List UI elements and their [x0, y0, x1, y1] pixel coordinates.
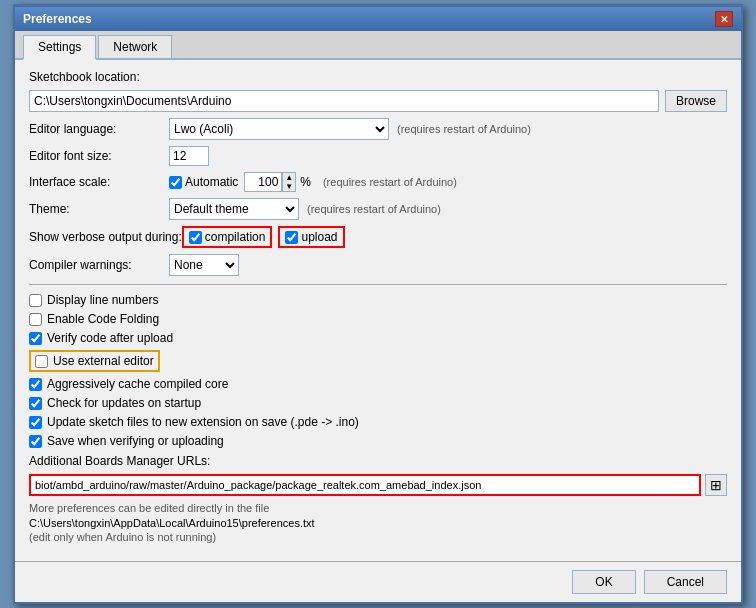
display-line-numbers-label: Display line numbers	[47, 293, 158, 307]
editor-font-input[interactable]	[169, 146, 209, 166]
editor-font-row: Editor font size:	[29, 146, 727, 166]
upload-label: upload	[301, 230, 337, 244]
compiler-warnings-label: Compiler warnings:	[29, 258, 169, 272]
sketchbook-location-row: Sketchbook location:	[29, 70, 727, 84]
save-verifying-label: Save when verifying or uploading	[47, 434, 224, 448]
verify-code-label: Verify code after upload	[47, 331, 173, 345]
compilation-item: compilation	[182, 226, 273, 248]
spinner-down-button[interactable]: ▼	[283, 182, 295, 191]
display-line-numbers-checkbox[interactable]	[29, 294, 42, 307]
percent-symbol: %	[300, 175, 311, 189]
verbose-row: Show verbose output during: compilation …	[29, 226, 727, 248]
use-external-editor-checkbox[interactable]	[35, 355, 48, 368]
verify-code-checkbox[interactable]	[29, 332, 42, 345]
aggressively-cache-label: Aggressively cache compiled core	[47, 377, 228, 391]
update-sketch-label: Update sketch files to new extension on …	[47, 415, 359, 429]
tab-bar: Settings Network	[15, 31, 741, 60]
enable-code-folding-label: Enable Code Folding	[47, 312, 159, 326]
urls-browse-button[interactable]: ⊞	[705, 474, 727, 496]
browse-button[interactable]: Browse	[665, 90, 727, 112]
tab-network[interactable]: Network	[98, 35, 172, 58]
urls-input[interactable]	[29, 474, 701, 496]
urls-row: ⊞	[29, 474, 727, 496]
compilation-checkbox[interactable]	[189, 231, 202, 244]
check-updates-label: Check for updates on startup	[47, 396, 201, 410]
spinner-up-button[interactable]: ▲	[283, 173, 295, 182]
save-verifying-row: Save when verifying or uploading	[29, 434, 727, 448]
preferences-dialog: Preferences ✕ Settings Network Sketchboo…	[13, 4, 743, 604]
prefs-path-text: C:\Users\tongxin\AppData\Local\Arduino15…	[29, 517, 727, 529]
tab-settings[interactable]: Settings	[23, 35, 96, 60]
close-button[interactable]: ✕	[715, 11, 733, 27]
edit-note-text: (edit only when Arduino is not running)	[29, 531, 727, 543]
save-verifying-checkbox[interactable]	[29, 435, 42, 448]
compiler-warnings-select[interactable]: None	[169, 254, 239, 276]
editor-font-label: Editor font size:	[29, 149, 169, 163]
theme-restart-note: (requires restart of Arduino)	[307, 203, 441, 215]
theme-select[interactable]: Default theme	[169, 198, 299, 220]
sketchbook-path-row: Browse	[29, 90, 727, 112]
theme-row: Theme: Default theme (requires restart o…	[29, 198, 727, 220]
compiler-warnings-row: Compiler warnings: None	[29, 254, 727, 276]
verbose-label: Show verbose output during:	[29, 230, 182, 244]
percent-input[interactable]	[244, 172, 282, 192]
language-restart-note: (requires restart of Arduino)	[397, 123, 531, 135]
update-sketch-row: Update sketch files to new extension on …	[29, 415, 727, 429]
verify-code-row: Verify code after upload	[29, 331, 727, 345]
ok-button[interactable]: OK	[572, 570, 635, 594]
verbose-group: compilation upload	[182, 226, 345, 248]
interface-scale-row: Interface scale: Automatic ▲ ▼ % (requir…	[29, 172, 727, 192]
divider-1	[29, 284, 727, 285]
settings-content: Sketchbook location: Browse Editor langu…	[15, 60, 741, 561]
compilation-label: compilation	[205, 230, 266, 244]
enable-code-folding-row: Enable Code Folding	[29, 312, 727, 326]
check-updates-row: Check for updates on startup	[29, 396, 727, 410]
editor-language-select[interactable]: Lwo (Acoli)	[169, 118, 389, 140]
update-sketch-checkbox[interactable]	[29, 416, 42, 429]
aggressively-cache-checkbox[interactable]	[29, 378, 42, 391]
automatic-label: Automatic	[169, 175, 238, 189]
check-updates-checkbox[interactable]	[29, 397, 42, 410]
additional-boards-label: Additional Boards Manager URLs:	[29, 454, 210, 468]
aggressively-cache-row: Aggressively cache compiled core	[29, 377, 727, 391]
interface-scale-label: Interface scale:	[29, 175, 169, 189]
scale-restart-note: (requires restart of Arduino)	[323, 176, 457, 188]
dialog-title: Preferences	[23, 12, 92, 26]
enable-code-folding-checkbox[interactable]	[29, 313, 42, 326]
editor-language-row: Editor language: Lwo (Acoli) (requires r…	[29, 118, 727, 140]
theme-label: Theme:	[29, 202, 169, 216]
sketchbook-label: Sketchbook location:	[29, 70, 169, 84]
use-external-editor-label: Use external editor	[53, 354, 154, 368]
automatic-text: Automatic	[185, 175, 238, 189]
automatic-checkbox[interactable]	[169, 176, 182, 189]
upload-checkbox[interactable]	[285, 231, 298, 244]
more-prefs-text: More preferences can be edited directly …	[29, 502, 727, 514]
upload-item: upload	[278, 226, 344, 248]
cancel-button[interactable]: Cancel	[644, 570, 727, 594]
display-line-numbers-row: Display line numbers	[29, 293, 727, 307]
use-external-editor-row: Use external editor	[29, 350, 160, 372]
title-bar: Preferences ✕	[15, 7, 741, 31]
sketchbook-path-input[interactable]	[29, 90, 659, 112]
additional-boards-label-row: Additional Boards Manager URLs:	[29, 454, 727, 468]
editor-language-label: Editor language:	[29, 122, 169, 136]
percent-spinner: ▲ ▼	[282, 172, 296, 192]
dialog-buttons: OK Cancel	[15, 561, 741, 602]
